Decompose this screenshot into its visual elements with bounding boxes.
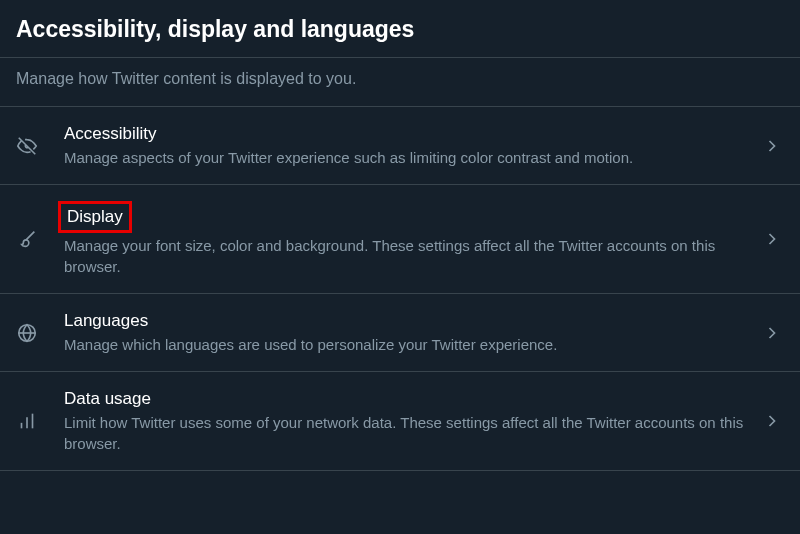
settings-item-title: Languages (64, 310, 148, 332)
settings-item-data-usage[interactable]: Data usage Limit how Twitter uses some o… (0, 372, 800, 471)
settings-item-desc: Manage your font size, color and backgro… (64, 235, 750, 277)
settings-list: Accessibility Manage aspects of your Twi… (0, 106, 800, 471)
settings-item-body: Accessibility Manage aspects of your Twi… (64, 123, 760, 168)
settings-item-body: Display Manage your font size, color and… (64, 201, 760, 277)
settings-item-display[interactable]: Display Manage your font size, color and… (0, 185, 800, 294)
highlight-box: Display (58, 201, 132, 233)
globe-icon (16, 322, 64, 344)
bar-chart-icon (16, 410, 64, 432)
settings-item-desc: Manage which languages are used to perso… (64, 334, 750, 355)
settings-item-desc: Limit how Twitter uses some of your netw… (64, 412, 750, 454)
chevron-right-icon (760, 411, 784, 431)
chevron-right-icon (760, 323, 784, 343)
eye-off-icon (16, 135, 64, 157)
settings-item-languages[interactable]: Languages Manage which languages are use… (0, 294, 800, 372)
settings-item-accessibility[interactable]: Accessibility Manage aspects of your Twi… (0, 107, 800, 185)
settings-item-desc: Manage aspects of your Twitter experienc… (64, 147, 750, 168)
settings-item-title: Accessibility (64, 123, 157, 145)
settings-item-body: Data usage Limit how Twitter uses some o… (64, 388, 760, 454)
settings-item-title: Data usage (64, 388, 151, 410)
page-header: Accessibility, display and languages (0, 0, 800, 57)
chevron-right-icon (760, 136, 784, 156)
page-subtitle-wrap: Manage how Twitter content is displayed … (0, 57, 800, 106)
settings-item-body: Languages Manage which languages are use… (64, 310, 760, 355)
page-subtitle: Manage how Twitter content is displayed … (16, 70, 784, 88)
brush-icon (16, 228, 64, 250)
settings-item-title: Display (67, 206, 123, 228)
page-title: Accessibility, display and languages (16, 16, 784, 43)
chevron-right-icon (760, 229, 784, 249)
